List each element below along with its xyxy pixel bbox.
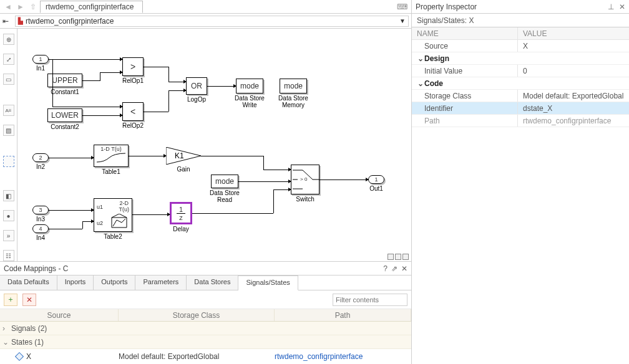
outport-out1[interactable]: 1 bbox=[368, 175, 384, 184]
area-tool[interactable] bbox=[3, 156, 14, 167]
tab-inports[interactable]: Inports bbox=[57, 275, 94, 290]
label-dsm: Data Store Memory bbox=[271, 95, 315, 108]
inspector-row: Pathrtwdemo_configrpinterface bbox=[412, 115, 629, 127]
inport-in4[interactable]: 4 bbox=[32, 224, 49, 233]
pin-icon[interactable]: ⊥ bbox=[608, 2, 614, 11]
label-in2: In2 bbox=[36, 163, 45, 170]
inspector-row[interactable]: Storage ClassModel default: ExportedGlob… bbox=[412, 90, 629, 102]
canvas[interactable]: 1 In1 UPPER Constant1 LOWER Constant2 > … bbox=[17, 29, 411, 261]
inspector-row[interactable]: SourceX bbox=[412, 40, 629, 52]
inspector-row[interactable]: Identifierdstate_X bbox=[412, 102, 629, 115]
unpin-icon[interactable]: ⇗ bbox=[391, 264, 397, 273]
property-inspector: Property Inspector ⊥✕ Signals/States: X … bbox=[412, 0, 629, 364]
code-mappings-panel: Code Mappings - C ? ⇗ ✕ Data Defaults In… bbox=[0, 261, 411, 364]
close-icon[interactable]: ✕ bbox=[401, 264, 407, 273]
state-row-x[interactable]: X Model default: ExportedGlobal rtwdemo_… bbox=[0, 349, 411, 364]
svg-text:K1: K1 bbox=[175, 151, 184, 160]
inport-in1[interactable]: 1 bbox=[32, 55, 49, 64]
grid-header: Source Storage Class Path bbox=[0, 309, 411, 322]
nav-back-icon[interactable]: ◄ bbox=[2, 1, 14, 12]
breadcrumb-text: rtwdemo_configrpinterface bbox=[26, 17, 114, 26]
code-mappings-tabs: Data Defaults Inports Outports Parameter… bbox=[0, 275, 411, 290]
block-gain[interactable]: K1 bbox=[166, 147, 201, 165]
tab-signals-states[interactable]: Signals/States bbox=[238, 275, 298, 290]
tool-rail: ⊕ ⤢ ▭ A≡ ▨ ◧ ● » ☷ bbox=[0, 29, 17, 261]
block-dsm[interactable]: mode bbox=[280, 79, 307, 93]
block-relop2[interactable]: < bbox=[122, 102, 144, 121]
inspector-title: Property Inspector bbox=[416, 2, 477, 11]
block-dsw[interactable]: mode bbox=[236, 79, 263, 93]
fit-tool[interactable]: ⤢ bbox=[3, 54, 14, 65]
label-constant1: Constant1 bbox=[51, 89, 79, 95]
data-store-tool[interactable]: ☷ bbox=[3, 250, 14, 261]
label-out1: Out1 bbox=[369, 185, 383, 192]
inport-in3[interactable]: 3 bbox=[32, 206, 49, 214]
nav-up-icon[interactable]: ⇧ bbox=[27, 1, 39, 12]
remove-mapping-button[interactable]: ✕ bbox=[22, 294, 36, 306]
tab-parameters[interactable]: Parameters bbox=[135, 275, 187, 290]
label-logop: LogOp bbox=[187, 96, 206, 103]
zoom-tool[interactable]: ⊕ bbox=[3, 34, 14, 45]
label-switch: Switch bbox=[296, 196, 314, 203]
breadcrumb[interactable]: ▙ rtwdemo_configrpinterface ▼ bbox=[15, 16, 409, 27]
inspector-section[interactable]: ⌄Design bbox=[412, 52, 629, 65]
block-dsr[interactable]: mode bbox=[211, 175, 238, 188]
image-tool[interactable]: ▨ bbox=[3, 125, 14, 136]
inport-in2[interactable]: 2 bbox=[32, 153, 49, 162]
inspector-header: NAME VALUE bbox=[412, 27, 629, 40]
zoom-region-tool[interactable]: ▭ bbox=[3, 74, 14, 85]
label-table1: Table1 bbox=[102, 168, 120, 175]
inspector-subtitle: Signals/States: X bbox=[412, 14, 629, 27]
label-in3: In3 bbox=[36, 216, 45, 223]
block-logop[interactable]: OR bbox=[186, 77, 207, 95]
expand-rail[interactable]: » bbox=[3, 230, 14, 241]
label-relop1: RelOp1 bbox=[122, 77, 144, 84]
label-gain: Gain bbox=[177, 166, 190, 173]
record-tool[interactable]: ● bbox=[3, 210, 14, 221]
model-browser-icon[interactable]: ⇤ bbox=[2, 17, 12, 26]
label-in1: In1 bbox=[36, 65, 45, 72]
label-constant2: Constant2 bbox=[51, 123, 79, 130]
tree-signals[interactable]: ›Signals (2) bbox=[0, 322, 411, 335]
model-icon: ▙ bbox=[18, 17, 23, 24]
breadcrumb-row: ⇤ ▙ rtwdemo_configrpinterface ▼ bbox=[0, 14, 411, 29]
editor-tab-row: ◄ ► ⇧ rtwdemo_configrpinterface ⌨ bbox=[0, 0, 411, 14]
block-table2[interactable]: u1 u2 2-D T(u) bbox=[94, 198, 132, 232]
block-table1[interactable]: 1-D T(u) bbox=[94, 145, 129, 167]
model-tab[interactable]: rtwdemo_configrpinterface bbox=[40, 1, 143, 13]
block-relop1[interactable]: > bbox=[122, 57, 144, 76]
state-icon bbox=[15, 352, 24, 361]
label-delay: Delay bbox=[173, 226, 189, 232]
lower-title: Code Mappings - C bbox=[4, 264, 68, 273]
label-dsr: Data Store Read bbox=[203, 189, 246, 203]
block-lower[interactable]: LOWER bbox=[47, 108, 82, 122]
tree-states[interactable]: ⌄States (1) bbox=[0, 335, 411, 349]
keyboard-icon[interactable]: ⌨ bbox=[397, 2, 407, 11]
filter-input[interactable] bbox=[333, 294, 407, 306]
inspector-section[interactable]: ⌄Code bbox=[412, 77, 629, 90]
block-switch[interactable]: > 0 bbox=[291, 165, 319, 194]
label-dsw: Data Store Write bbox=[228, 95, 271, 108]
tab-outports[interactable]: Outports bbox=[94, 275, 135, 290]
label-table2: Table2 bbox=[104, 233, 122, 240]
canvas-status-icons bbox=[388, 254, 409, 260]
annotation-tool[interactable]: A≡ bbox=[3, 105, 14, 116]
help-icon[interactable]: ? bbox=[383, 264, 388, 273]
tab-data-stores[interactable]: Data Stores bbox=[187, 275, 238, 290]
chevron-down-icon[interactable]: ▼ bbox=[399, 17, 406, 24]
block-delay[interactable]: 1 z bbox=[170, 202, 192, 224]
camera-tool[interactable]: ◧ bbox=[3, 190, 14, 201]
nav-fwd-icon[interactable]: ► bbox=[15, 1, 26, 12]
label-in4: In4 bbox=[36, 234, 45, 241]
close-inspector-icon[interactable]: ✕ bbox=[619, 2, 625, 11]
add-mapping-button[interactable]: ＋ bbox=[4, 294, 17, 306]
label-relop2: RelOp2 bbox=[122, 122, 144, 129]
workspace: ⊕ ⤢ ▭ A≡ ▨ ◧ ● » ☷ 1 In1 UPPER Constant1… bbox=[0, 29, 411, 261]
tab-data-defaults[interactable]: Data Defaults bbox=[0, 275, 57, 290]
inspector-row[interactable]: Initial Value0 bbox=[412, 65, 629, 77]
